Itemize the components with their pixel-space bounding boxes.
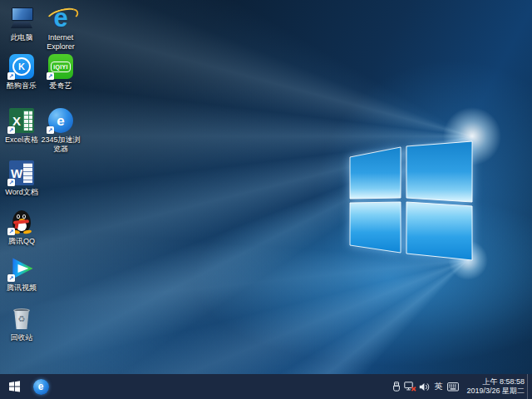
windows-hero-logo-icon xyxy=(347,138,473,263)
excel-icon: X ↗ xyxy=(9,108,34,133)
touch-keyboard-button[interactable] xyxy=(446,374,459,399)
network-disconnected-icon xyxy=(404,382,416,392)
usb-icon xyxy=(392,382,401,392)
icon-label: 此电脑 xyxy=(11,33,33,42)
clock-time: 上午 8:58:58 xyxy=(463,377,525,387)
desktop-icon-2345-browser[interactable]: e ↗ 2345加速浏览器 xyxy=(39,108,82,153)
tencent-video-icon: ↗ xyxy=(9,256,34,281)
icon-label: Word文档 xyxy=(5,188,37,197)
icon-label: 腾讯视频 xyxy=(7,283,37,293)
keyboard-icon xyxy=(447,382,459,392)
kugou-icon: K ↗ xyxy=(9,54,34,79)
icon-label: 酷狗音乐 xyxy=(7,81,37,91)
internet-explorer-icon: e xyxy=(48,6,73,31)
taskbar: e xyxy=(0,374,532,399)
show-desktop-button[interactable] xyxy=(527,374,532,399)
desktop-screen: 此电脑 e Internet Explorer K ↗ 酷狗音乐 iQIYI ↗… xyxy=(0,0,532,399)
desktop-icon-recycle-bin[interactable]: ♻ 回收站 xyxy=(0,306,43,342)
desktop-icon-internet-explorer[interactable]: e Internet Explorer xyxy=(39,6,82,51)
icon-label: Excel表格 xyxy=(5,135,38,145)
shortcut-arrow-icon: ↗ xyxy=(7,126,15,134)
desktop-icon-tencent-qq[interactable]: ↗ 腾讯QQ xyxy=(0,209,43,246)
icon-label: 2345加速浏览器 xyxy=(39,135,82,153)
2345-browser-icon: e ↗ xyxy=(48,108,73,133)
recycle-symbol: ♻ xyxy=(9,314,34,323)
ime-language-button[interactable]: 英 xyxy=(432,374,445,399)
network-status-tray-button[interactable] xyxy=(404,374,416,399)
volume-tray-button[interactable] xyxy=(418,374,431,399)
desktop-icon-kugou-music[interactable]: K ↗ 酷狗音乐 xyxy=(0,54,43,91)
desktop-icon-word[interactable]: W ↗ Word文档 xyxy=(0,160,43,197)
desktop-icon-excel[interactable]: X ↗ Excel表格 xyxy=(0,108,43,145)
system-tray: 英 上午 8:58:58 2019/3/26 星期二 xyxy=(389,374,532,399)
iqiyi-icon: iQIYI ↗ xyxy=(48,54,73,79)
this-pc-icon xyxy=(9,6,34,31)
usb-device-tray-button[interactable] xyxy=(390,374,402,399)
shortcut-arrow-icon: ↗ xyxy=(7,228,15,235)
icon-label: 腾讯QQ xyxy=(8,237,35,246)
speaker-icon xyxy=(419,382,430,392)
icon-label: Internet Explorer xyxy=(39,33,82,51)
taskbar-app-2345-browser[interactable]: e xyxy=(28,374,53,399)
windows-start-icon xyxy=(9,381,20,392)
shortcut-arrow-icon: ↗ xyxy=(7,72,15,80)
shortcut-arrow-icon: ↗ xyxy=(7,274,15,282)
shortcut-arrow-icon: ↗ xyxy=(7,179,15,186)
recycle-bin-icon: ♻ xyxy=(9,306,34,331)
icon-label: 爱奇艺 xyxy=(50,81,72,91)
desktop-icon-iqiyi[interactable]: iQIYI ↗ 爱奇艺 xyxy=(39,54,82,91)
desktop-icon-tencent-video[interactable]: ↗ 腾讯视频 xyxy=(0,256,43,293)
icon-label: 回收站 xyxy=(11,333,33,342)
shortcut-arrow-icon: ↗ xyxy=(47,72,54,80)
taskbar-clock[interactable]: 上午 8:58:58 2019/3/26 星期二 xyxy=(463,377,525,396)
qq-penguin-icon: ↗ xyxy=(9,209,34,234)
2345-browser-icon: e xyxy=(33,379,49,395)
word-icon: W ↗ xyxy=(9,160,34,185)
start-button[interactable] xyxy=(0,374,28,399)
clock-date: 2019/3/26 星期二 xyxy=(463,387,525,396)
shortcut-arrow-icon: ↗ xyxy=(47,126,54,134)
desktop-icon-this-pc[interactable]: 此电脑 xyxy=(0,6,43,42)
